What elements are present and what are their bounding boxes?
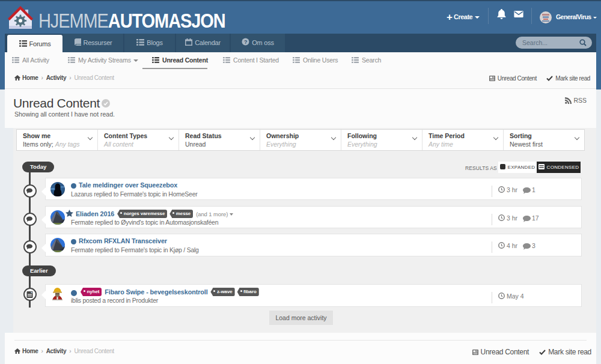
svg-text:?: ?: [244, 39, 247, 45]
